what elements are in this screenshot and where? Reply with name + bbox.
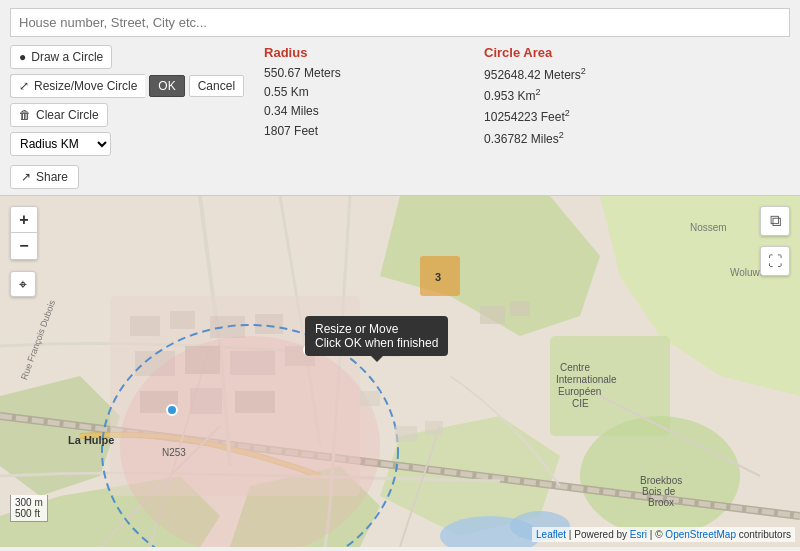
area-km2: 0.953 Km2 [484,89,540,103]
cancel-button[interactable]: Cancel [189,75,244,97]
radius-km: 0.55 Km [264,85,309,99]
leaflet-link[interactable]: Leaflet [536,529,566,540]
layers-icon: ⧉ [770,212,781,230]
map-background: La Hulpe N253 Centre Internationale Euro… [0,196,800,547]
svg-text:3: 3 [435,271,441,283]
fullscreen-icon: ⛶ [768,253,782,269]
resize-move-button[interactable]: ⤢ Resize/Move Circle [10,74,145,98]
attribution-sep2: | © [650,529,666,540]
locate-button[interactable]: ⌖ [10,271,36,297]
svg-text:Centre: Centre [560,362,590,373]
svg-rect-14 [130,316,160,336]
svg-rect-44 [425,421,443,435]
clear-circle-button[interactable]: 🗑 Clear Circle [10,103,108,127]
resize-move-row: ⤢ Resize/Move Circle OK Cancel [10,74,244,98]
map-attribution: Leaflet | Powered by Esri | © OpenStreet… [532,527,795,542]
attribution-contributors: contributors [739,529,791,540]
radius-info-panel: Radius 550.67 Meters 0.55 Km 0.34 Miles … [264,45,424,141]
svg-rect-43 [395,426,417,442]
osm-link[interactable]: OpenStreetMap [665,529,736,540]
trash-icon: 🗑 [19,108,31,122]
radius-feet: 1807 Feet [264,124,318,138]
circle-icon: ● [19,50,26,64]
share-label: Share [36,170,68,184]
draw-circle-button[interactable]: ● Draw a Circle [10,45,112,69]
circle-handle-dot[interactable] [166,404,178,416]
share-button[interactable]: ↗ Share [10,165,79,189]
svg-rect-16 [210,316,245,338]
fullscreen-button[interactable]: ⛶ [760,246,790,276]
svg-rect-15 [170,311,195,329]
zoom-in-button[interactable]: + [11,207,37,233]
ok-button[interactable]: OK [149,75,184,97]
radius-miles: 0.34 Miles [264,104,319,118]
scale-meters: 300 m [15,497,43,508]
svg-point-25 [120,336,380,547]
svg-rect-42 [510,301,530,316]
scale-feet: 500 ft [15,508,43,519]
map-container[interactable]: La Hulpe N253 Centre Internationale Euro… [0,196,800,547]
svg-text:Broox: Broox [648,497,674,508]
resize-icon: ⤢ [19,79,29,93]
clear-circle-label: Clear Circle [36,108,99,122]
zoom-controls: + − [10,206,38,260]
svg-rect-45 [360,391,380,406]
buttons-column: ● Draw a Circle ⤢ Resize/Move Circle OK … [10,45,244,189]
draw-circle-label: Draw a Circle [31,50,103,64]
locate-icon: ⌖ [19,276,27,293]
svg-text:Broekbos: Broekbos [640,475,682,486]
svg-text:Bois de: Bois de [642,486,676,497]
svg-rect-41 [480,306,505,324]
circle-area-panel: Circle Area 952648.42 Meters2 0.953 Km2 … [484,45,684,149]
radius-meters: 550.67 Meters [264,66,341,80]
search-input[interactable] [10,8,790,37]
scale-bar: 300 m 500 ft [10,495,48,522]
svg-text:Européen: Européen [558,386,601,397]
attribution-sep1: | Powered by [569,529,630,540]
svg-rect-17 [255,314,283,334]
svg-text:CIE: CIE [572,398,589,409]
svg-text:Internationale: Internationale [556,374,617,385]
circle-center-dot[interactable] [303,344,315,356]
svg-text:Nossem: Nossem [690,222,727,233]
area-meters2: 952648.42 Meters2 [484,68,586,82]
svg-text:N253: N253 [162,447,186,458]
share-icon: ↗ [21,170,31,184]
zoom-out-button[interactable]: − [11,233,37,259]
circle-area-title: Circle Area [484,45,684,60]
radius-unit-select[interactable]: Radius KM Radius Miles [10,132,111,156]
esri-link[interactable]: Esri [630,529,647,540]
resize-move-label: Resize/Move Circle [34,79,137,93]
layers-button[interactable]: ⧉ [760,206,790,236]
controls-row: ● Draw a Circle ⤢ Resize/Move Circle OK … [10,45,790,189]
radius-title: Radius [264,45,424,60]
top-panel: ● Draw a Circle ⤢ Resize/Move Circle OK … [0,0,800,196]
area-feet2: 10254223 Feet2 [484,110,570,124]
area-miles2: 0.36782 Miles2 [484,132,564,146]
svg-text:La Hulpe: La Hulpe [68,434,114,446]
